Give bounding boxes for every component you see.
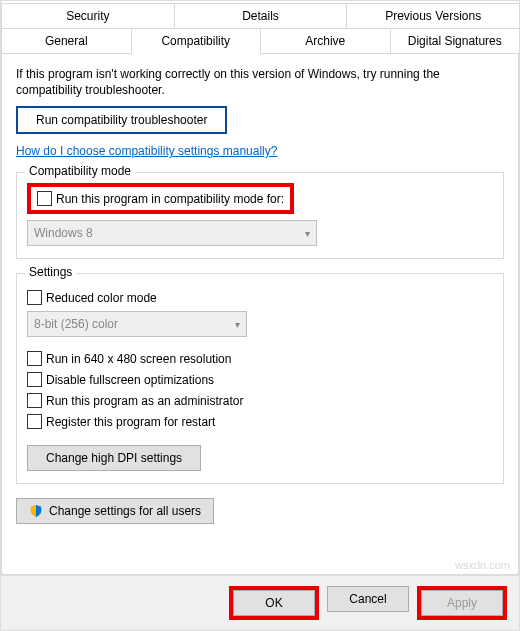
tab-strip: Security Details Previous Versions Gener… [1, 1, 519, 54]
color-depth-value: 8-bit (256) color [34, 317, 118, 331]
change-all-users-button[interactable]: Change settings for all users [16, 498, 214, 524]
compatibility-mode-title: Compatibility mode [25, 164, 135, 178]
register-restart-label: Register this program for restart [46, 415, 215, 429]
tab-archive[interactable]: Archive [260, 28, 391, 54]
run-640-checkbox[interactable] [27, 351, 42, 366]
disable-fullscreen-label: Disable fullscreen optimizations [46, 373, 214, 387]
compat-os-select[interactable]: Windows 8 ▾ [27, 220, 317, 246]
intro-text: If this program isn't working correctly … [16, 66, 504, 98]
tab-previous-versions[interactable]: Previous Versions [346, 3, 520, 28]
shield-icon [29, 504, 43, 518]
tab-compatibility[interactable]: Compatibility [131, 28, 262, 54]
change-dpi-button[interactable]: Change high DPI settings [27, 445, 201, 471]
compat-mode-checkbox[interactable] [37, 191, 52, 206]
highlight-ok: OK [229, 586, 319, 620]
change-all-users-label: Change settings for all users [49, 504, 201, 518]
compat-os-value: Windows 8 [34, 226, 93, 240]
manual-settings-link[interactable]: How do I choose compatibility settings m… [16, 144, 277, 158]
run-admin-checkbox[interactable] [27, 393, 42, 408]
apply-button[interactable]: Apply [421, 590, 503, 616]
color-depth-select[interactable]: 8-bit (256) color ▾ [27, 311, 247, 337]
compatibility-mode-group: Compatibility mode Run this program in c… [16, 172, 504, 259]
tab-details[interactable]: Details [174, 3, 348, 28]
disable-fullscreen-checkbox[interactable] [27, 372, 42, 387]
settings-group: Settings Reduced color mode 8-bit (256) … [16, 273, 504, 484]
reduced-color-label: Reduced color mode [46, 291, 157, 305]
run-troubleshooter-button[interactable]: Run compatibility troubleshooter [16, 106, 227, 134]
tab-content: If this program isn't working correctly … [1, 53, 519, 575]
register-restart-checkbox[interactable] [27, 414, 42, 429]
run-admin-label: Run this program as an administrator [46, 394, 243, 408]
reduced-color-checkbox[interactable] [27, 290, 42, 305]
tab-general[interactable]: General [1, 28, 132, 54]
properties-dialog: Security Details Previous Versions Gener… [0, 0, 520, 631]
highlight-compat-checkbox: Run this program in compatibility mode f… [27, 183, 294, 214]
chevron-down-icon: ▾ [305, 228, 310, 239]
tab-digital-signatures[interactable]: Digital Signatures [390, 28, 521, 54]
tab-security[interactable]: Security [1, 3, 175, 28]
run-640-label: Run in 640 x 480 screen resolution [46, 352, 231, 366]
compat-mode-label: Run this program in compatibility mode f… [56, 192, 284, 206]
cancel-button[interactable]: Cancel [327, 586, 409, 612]
dialog-footer: OK Cancel Apply [1, 575, 519, 630]
highlight-apply: Apply [417, 586, 507, 620]
ok-button[interactable]: OK [233, 590, 315, 616]
chevron-down-icon: ▾ [235, 319, 240, 330]
settings-title: Settings [25, 265, 76, 279]
